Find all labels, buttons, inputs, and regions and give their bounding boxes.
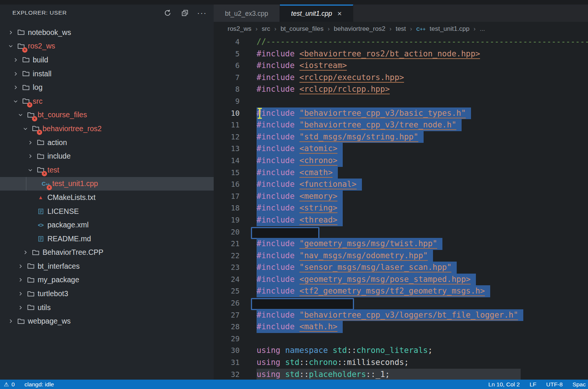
code-line-12[interactable]: 12#include "std_msgs/msg/string.hpp" <box>214 131 588 143</box>
code-line-22[interactable]: 22#include "nav_msgs/msg/odometry.hpp" <box>214 250 588 262</box>
tree-item-install[interactable]: install <box>0 67 214 81</box>
code-line-14[interactable]: 14#include <chrono> <box>214 155 588 167</box>
code-line-17[interactable]: 17#include <memory> <box>214 191 588 203</box>
breadcrumb-item-test_unit1.cpp[interactable]: test_unit1.cpp <box>430 25 469 33</box>
code-line-13[interactable]: 13#include <atomic> <box>214 143 588 155</box>
breadcrumb-item-...[interactable]: ... <box>480 25 485 33</box>
tree-item-ros2_ws[interactable]: ×ros2_ws <box>0 39 214 53</box>
tree-item-utils[interactable]: utils <box>0 301 214 315</box>
tree-item-chevron[interactable] <box>17 305 24 310</box>
code-line-20[interactable]: 20 <box>214 226 588 238</box>
tree-item-chevron[interactable] <box>7 318 14 324</box>
tree-item-chevron[interactable] <box>17 263 24 269</box>
code-line-5[interactable]: 5#include <behaviortree_ros2/bt_action_n… <box>214 48 588 60</box>
clangd-status[interactable]: clangd: idle <box>24 381 54 388</box>
tree-item-my_package[interactable]: my_package <box>0 273 214 287</box>
collapse-folders-button[interactable] <box>181 9 189 17</box>
line-number: 8 <box>214 83 240 95</box>
code-line-11[interactable]: 11#include "behaviortree_cpp_v3/tree_nod… <box>214 119 588 131</box>
cursor-position[interactable]: Ln 10, Col 2 <box>488 381 520 388</box>
tree-item-chevron[interactable] <box>7 30 14 35</box>
breadcrumb-item-test[interactable]: test <box>396 25 406 33</box>
code-line-23[interactable]: 23#include "sensor_msgs/msg/laser_scan.h… <box>214 262 588 274</box>
chevron-right-icon <box>8 318 14 324</box>
code-line-32[interactable]: 32using std::placeholders::_1; <box>214 369 588 380</box>
tree-item-webpage_ws[interactable]: webpage_ws <box>0 314 214 328</box>
folder-icon <box>27 262 35 270</box>
code-line-8[interactable]: 8#include <rclcpp/rclcpp.hpp> <box>214 83 588 95</box>
tab-close-icon[interactable]: × <box>337 9 342 18</box>
problems-indicator[interactable]: ⚠0 <box>4 381 15 388</box>
code-line-19[interactable]: 19#include <thread> <box>214 214 588 226</box>
refresh-explorer-button[interactable] <box>163 9 172 17</box>
code-line-29[interactable]: 29 <box>214 333 588 345</box>
tree-item-chevron[interactable] <box>17 277 24 283</box>
indentation-indicator[interactable]: Spac <box>573 381 586 388</box>
tree-item-chevron[interactable] <box>17 112 24 118</box>
tree-item-chevron[interactable] <box>21 250 29 255</box>
tree-item-chevron[interactable] <box>17 291 24 297</box>
tree-item-test_unit1.cpp[interactable]: C++×test_unit1.cpp <box>0 177 214 191</box>
file-tree[interactable]: notebook_ws×ros2_wsbuildinstalllog×src×b… <box>0 21 214 380</box>
tree-item-chevron[interactable] <box>12 71 19 77</box>
line-number: 24 <box>214 274 240 286</box>
encoding-indicator[interactable]: UTF-8 <box>546 381 563 388</box>
tree-item-CMakeLists.txt[interactable]: ▲CMakeLists.txt <box>0 191 214 204</box>
tree-item-BehaviorTree.CPP[interactable]: BehaviorTree.CPP <box>0 246 214 260</box>
tab-bt_u2_ex3.cpp[interactable]: bt_u2_ex3.cpp <box>214 5 280 22</box>
tree-item-build[interactable]: build <box>0 53 214 67</box>
code-line-27[interactable]: 27#include "behaviortree_cpp_v3/loggers/… <box>214 309 588 321</box>
tree-item-include[interactable]: include <box>0 149 214 163</box>
line-number: 22 <box>214 250 240 262</box>
code-line-25[interactable]: 25#include <tf2_geometry_msgs/tf2_geomet… <box>214 285 588 297</box>
code-line-15[interactable]: 15#include <cmath> <box>214 167 588 179</box>
tree-item-chevron[interactable] <box>12 57 19 63</box>
explorer-title: EXPLORER: USER <box>12 9 163 16</box>
code-line-10[interactable]: 10#include "behaviortree_cpp_v3/basic_ty… <box>214 107 588 120</box>
code-line-28[interactable]: 28#include <math.h> <box>214 321 588 333</box>
tree-item-action[interactable]: action <box>0 136 214 150</box>
line-number: 30 <box>214 345 240 357</box>
tree-item-notebook_ws[interactable]: notebook_ws <box>0 26 214 39</box>
tree-item-behaviortree_ros2[interactable]: ×behaviortree_ros2 <box>0 122 214 136</box>
chevron-down-icon <box>8 43 14 49</box>
tree-item-chevron[interactable] <box>12 85 19 90</box>
tree-item-src[interactable]: ×src <box>0 94 214 108</box>
code-line-9[interactable]: 9 <box>214 95 588 107</box>
breadcrumb-item-src[interactable]: src <box>262 25 270 33</box>
code-line-4[interactable]: 4//-------------------------------------… <box>214 36 588 48</box>
tree-item-LICENSE[interactable]: LICENSE <box>0 204 214 218</box>
tree-item-README.md[interactable]: README.md <box>0 232 214 246</box>
code-line-21[interactable]: 21#include "geometry_msgs/msg/twist.hpp" <box>214 238 588 250</box>
code-line-7[interactable]: 7#include <rclcpp/executors.hpp> <box>214 72 588 84</box>
tree-item-test[interactable]: ×test <box>0 163 214 177</box>
tree-item-chevron[interactable] <box>26 167 34 173</box>
eol-indicator[interactable]: LF <box>530 381 536 388</box>
status-bar: ⚠0clangd: idle Ln 10, Col 2LFUTF-8Spac <box>0 380 588 389</box>
code-line-31[interactable]: 31using std::chrono::milliseconds; <box>214 357 588 369</box>
tree-item-chevron[interactable] <box>21 126 29 132</box>
tree-item-icon-wrap: × <box>31 124 40 133</box>
code-line-6[interactable]: 6#include <iostream> <box>214 60 588 72</box>
code-line-24[interactable]: 24#include <geometry_msgs/msg/pose_stamp… <box>214 274 588 286</box>
breadcrumb-item-ros2_ws[interactable]: ros2_ws <box>228 25 251 33</box>
tree-item-chevron[interactable] <box>7 43 14 49</box>
code-editor[interactable]: 4//-------------------------------------… <box>214 36 588 380</box>
tree-item-chevron[interactable] <box>26 140 34 145</box>
tree-item-bt_interfaces[interactable]: bt_interfaces <box>0 259 214 273</box>
tab-test_unit1.cpp[interactable]: test_unit1.cpp× <box>280 5 354 22</box>
more-actions-button[interactable]: ··· <box>198 9 206 17</box>
tree-item-chevron[interactable] <box>26 153 34 159</box>
code-line-16[interactable]: 16#include <functional> <box>214 179 588 191</box>
tree-item-chevron[interactable] <box>12 98 19 104</box>
code-line-26[interactable]: 26 <box>214 297 588 309</box>
breadcrumb-item-behaviortree_ros2[interactable]: behaviortree_ros2 <box>334 25 385 33</box>
tree-item-turtlebot3[interactable]: turtlebot3 <box>0 287 214 301</box>
code-line-30[interactable]: 30using namespace std::chrono_literals; <box>214 345 588 357</box>
breadcrumb-item-bt_course_files[interactable]: bt_course_files <box>281 25 324 33</box>
tree-item-package.xml[interactable]: <>package.xml <box>0 218 214 232</box>
tree-item-log[interactable]: log <box>0 80 214 94</box>
tree-item-label: CMakeLists.txt <box>47 193 96 202</box>
code-line-18[interactable]: 18#include <string> <box>214 202 588 214</box>
tree-item-bt_course_files[interactable]: ×bt_course_files <box>0 108 214 122</box>
